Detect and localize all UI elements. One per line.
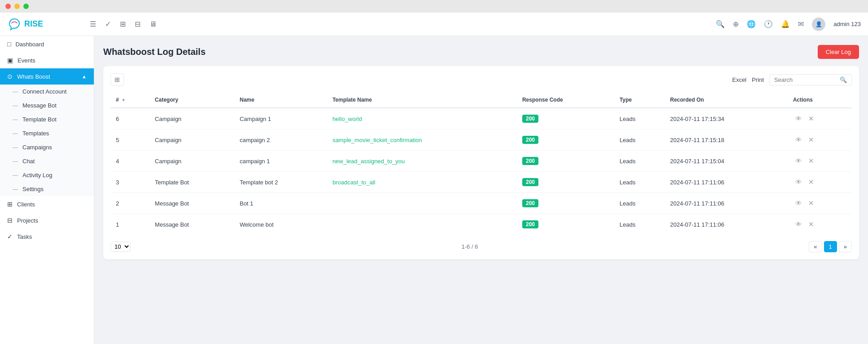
sidebar-sub-label: Activity Log bbox=[22, 172, 52, 179]
sidebar-item-events[interactable]: ▣ Events bbox=[0, 52, 94, 68]
view-button[interactable]: 👁 bbox=[793, 198, 804, 208]
cell-type: Leads bbox=[614, 108, 665, 130]
search-icon[interactable]: 🔍 bbox=[716, 20, 725, 28]
col-type: Type bbox=[614, 92, 665, 108]
delete-button[interactable]: ✕ bbox=[806, 219, 816, 229]
search-input[interactable] bbox=[774, 76, 837, 83]
sidebar-item-clients[interactable]: ⊞ Clients bbox=[0, 196, 94, 212]
template-name-link[interactable]: broadcast_to_all bbox=[332, 179, 375, 186]
dash-icon: — bbox=[13, 103, 18, 109]
sidebar-item-message-bot[interactable]: — Message Bot bbox=[0, 98, 94, 112]
cell-template-name: broadcast_to_all bbox=[327, 172, 517, 193]
close-button[interactable] bbox=[5, 4, 11, 9]
cell-template-name: sample_movie_ticket_confirmation bbox=[327, 130, 517, 151]
cell-recorded-on: 2024-07-11 17:11:06 bbox=[665, 214, 788, 235]
search-box: 🔍 bbox=[769, 74, 852, 85]
per-page-select[interactable]: 10 25 50 bbox=[110, 241, 131, 252]
cell-name: campaign 2 bbox=[234, 130, 327, 151]
plus-circle-icon[interactable]: ⊕ bbox=[733, 20, 739, 28]
sidebar-sub-label: Chat bbox=[22, 158, 35, 165]
grid-icon[interactable]: ⊞ bbox=[120, 20, 126, 28]
sidebar-item-whatsboost[interactable]: ⊙ Whats Boost ▲ bbox=[0, 68, 94, 85]
last-page-button[interactable]: » bbox=[839, 241, 852, 252]
table-row: 1 Message Bot Welcome bot 200 Leads 2024… bbox=[110, 214, 852, 235]
cell-num: 3 bbox=[110, 172, 150, 193]
pagination-buttons: « 1 » bbox=[809, 241, 852, 252]
check-circle-icon[interactable]: ✓ bbox=[105, 20, 111, 28]
view-button[interactable]: 👁 bbox=[793, 219, 804, 229]
dash-icon: — bbox=[13, 158, 18, 165]
mail-icon[interactable]: ✉ bbox=[798, 20, 804, 28]
table-row: 2 Message Bot Bot 1 200 Leads 2024-07-11… bbox=[110, 193, 852, 214]
page-header: Whatsboost Log Details Clear Log bbox=[103, 45, 859, 59]
clock-icon[interactable]: 🕐 bbox=[764, 20, 773, 28]
delete-button[interactable]: ✕ bbox=[806, 156, 816, 166]
view-button[interactable]: 👁 bbox=[793, 156, 804, 165]
table-body: 6 Campaign Campaign 1 hello_world 200 Le… bbox=[110, 108, 852, 235]
sidebar-item-tasks[interactable]: ✓ Tasks bbox=[0, 228, 94, 245]
sidebar-item-settings[interactable]: — Settings bbox=[0, 182, 94, 196]
cell-template-name: new_lead_assigned_to_you bbox=[327, 151, 517, 172]
delete-button[interactable]: ✕ bbox=[806, 135, 816, 145]
globe-icon[interactable]: 🌐 bbox=[747, 20, 756, 28]
per-page: 10 25 50 bbox=[110, 241, 131, 252]
sidebar-item-chat[interactable]: — Chat bbox=[0, 154, 94, 168]
monitor-icon[interactable]: 🖥 bbox=[150, 20, 157, 28]
template-name-link[interactable]: sample_movie_ticket_confirmation bbox=[332, 137, 422, 143]
sidebar-item-label: Projects bbox=[17, 217, 38, 224]
sidebar-item-label: Events bbox=[18, 57, 35, 64]
cell-type: Leads bbox=[614, 193, 665, 214]
print-button[interactable]: Print bbox=[752, 76, 764, 83]
sidebar-item-connect-account[interactable]: — Connect Account bbox=[0, 85, 94, 98]
view-button[interactable]: 👁 bbox=[793, 177, 804, 187]
sidebar-item-templates[interactable]: — Templates bbox=[0, 126, 94, 140]
bell-icon[interactable]: 🔔 bbox=[781, 20, 790, 28]
first-page-button[interactable]: « bbox=[809, 241, 822, 252]
excel-button[interactable]: Excel bbox=[732, 76, 746, 83]
toolbar-right: Excel Print 🔍 bbox=[732, 74, 852, 85]
columns-icon[interactable]: ⊟ bbox=[135, 20, 141, 28]
projects-icon: ⊟ bbox=[7, 217, 13, 224]
sidebar-sub-label: Templates bbox=[22, 130, 49, 137]
cell-type: Leads bbox=[614, 214, 665, 235]
cell-type: Leads bbox=[614, 151, 665, 172]
columns-toggle-button[interactable]: ⊞ bbox=[110, 73, 124, 86]
template-name-link[interactable]: hello_world bbox=[332, 116, 362, 122]
page-1-button[interactable]: 1 bbox=[824, 241, 837, 252]
cell-num: 5 bbox=[110, 130, 150, 151]
sidebar-item-campaigns[interactable]: — Campaigns bbox=[0, 140, 94, 154]
logo[interactable]: RISE bbox=[7, 17, 79, 31]
minimize-button[interactable] bbox=[14, 4, 20, 9]
sidebar-item-projects[interactable]: ⊟ Projects bbox=[0, 212, 94, 228]
delete-button[interactable]: ✕ bbox=[806, 177, 816, 187]
cell-type: Leads bbox=[614, 172, 665, 193]
clear-log-button[interactable]: Clear Log bbox=[818, 45, 859, 59]
table-toolbar: ⊞ Excel Print 🔍 bbox=[110, 73, 852, 86]
delete-button[interactable]: ✕ bbox=[806, 198, 816, 208]
col-name: Name bbox=[234, 92, 327, 108]
cell-actions: 👁 ✕ bbox=[788, 108, 852, 130]
delete-button[interactable]: ✕ bbox=[806, 114, 816, 124]
view-button[interactable]: 👁 bbox=[793, 135, 804, 144]
cell-name: Bot 1 bbox=[234, 193, 327, 214]
maximize-button[interactable] bbox=[23, 4, 29, 9]
sidebar-item-template-bot[interactable]: — Template Bot bbox=[0, 112, 94, 126]
sidebar-item-activity-log[interactable]: — Activity Log bbox=[0, 168, 94, 182]
hamburger-icon[interactable]: ☰ bbox=[90, 20, 96, 28]
cell-num: 1 bbox=[110, 214, 150, 235]
whatsboost-label: Whats Boost bbox=[17, 73, 50, 80]
pagination: 10 25 50 1-6 / 6 « 1 » bbox=[110, 241, 852, 252]
sidebar-sub-label: Message Bot bbox=[22, 102, 57, 109]
cell-response-code: 200 bbox=[517, 172, 614, 193]
sidebar-item-dashboard[interactable]: □ Dashboard bbox=[0, 36, 94, 52]
sort-icon: ▼ bbox=[121, 98, 126, 103]
table-header: # ▼ Category Name Template Name Response… bbox=[110, 92, 852, 108]
whatsboost-submenu: — Connect Account — Message Bot — Templa… bbox=[0, 85, 94, 196]
clients-icon: ⊞ bbox=[7, 201, 13, 208]
template-name-link[interactable]: new_lead_assigned_to_you bbox=[332, 158, 405, 165]
logo-icon bbox=[7, 17, 22, 31]
sidebar-sub-label: Connect Account bbox=[22, 88, 66, 95]
topnav-left-icons: ☰ ✓ ⊞ ⊟ 🖥 bbox=[90, 20, 716, 28]
col-category: Category bbox=[150, 92, 234, 108]
view-button[interactable]: 👁 bbox=[793, 114, 804, 123]
